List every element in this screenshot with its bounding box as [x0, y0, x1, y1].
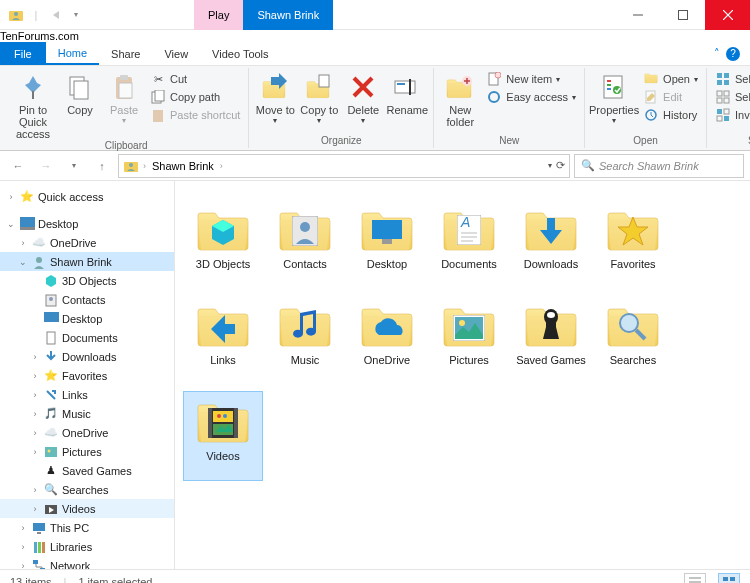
- search-icon: 🔍: [581, 159, 595, 172]
- view-tab[interactable]: View: [152, 42, 200, 65]
- select-all-button[interactable]: Select all: [711, 70, 750, 88]
- breadcrumb-dropdown[interactable]: ▾: [548, 161, 552, 170]
- move-to-button[interactable]: Move to▾: [253, 68, 297, 126]
- paste-label: Paste: [110, 104, 138, 116]
- folder-documents[interactable]: ADocuments: [429, 199, 509, 289]
- main-area: ›⭐Quick access ⌄Desktop ›☁️OneDrive ⌄Sha…: [0, 181, 750, 569]
- svg-rect-38: [717, 98, 722, 103]
- collapse-ribbon-button[interactable]: ˄ ?: [714, 42, 750, 65]
- tree-onedrive[interactable]: ›☁️OneDrive: [0, 233, 174, 252]
- tree-searches[interactable]: ›🔍Searches: [0, 480, 174, 499]
- qat-dropdown-icon[interactable]: ▾: [68, 7, 84, 23]
- invert-selection-button[interactable]: Invert selection: [711, 106, 750, 124]
- user-folder-icon: [123, 158, 139, 174]
- back-button[interactable]: ←: [6, 154, 30, 178]
- delete-icon: [347, 71, 379, 103]
- history-button[interactable]: History: [639, 106, 702, 124]
- svg-rect-83: [234, 408, 238, 438]
- copy-path-button[interactable]: Copy path: [146, 88, 244, 106]
- recent-locations-button[interactable]: ▾: [62, 154, 86, 178]
- svg-rect-10: [120, 75, 128, 80]
- tree-pictures[interactable]: ›Pictures: [0, 442, 174, 461]
- open-button[interactable]: Open ▾: [639, 70, 702, 88]
- clipboard-group: Pin to Quick access Copy Paste▾ ✂Cut Cop…: [4, 68, 249, 148]
- folder-onedrive[interactable]: OneDrive: [347, 295, 427, 385]
- search-box[interactable]: 🔍 Search Shawn Brink: [574, 154, 744, 178]
- folder-content[interactable]: 3D Objects Contacts Desktop ADocuments D…: [175, 181, 750, 569]
- large-icons-view-button[interactable]: [718, 573, 740, 584]
- folder-music[interactable]: Music: [265, 295, 345, 385]
- video-tools-tab[interactable]: Video Tools: [200, 42, 280, 65]
- breadcrumb-bar[interactable]: › Shawn Brink › ▾ ⟳: [118, 154, 570, 178]
- tree-documents[interactable]: Documents: [0, 328, 174, 347]
- svg-point-86: [217, 414, 221, 418]
- tree-links[interactable]: ›Links: [0, 385, 174, 404]
- tree-downloads[interactable]: ›Downloads: [0, 347, 174, 366]
- navigation-pane[interactable]: ›⭐Quick access ⌄Desktop ›☁️OneDrive ⌄Sha…: [0, 181, 175, 569]
- svg-rect-27: [607, 84, 611, 86]
- svg-rect-18: [395, 81, 415, 93]
- tree-3d-objects[interactable]: 3D Objects: [0, 271, 174, 290]
- tree-desktop[interactable]: ⌄Desktop: [0, 214, 174, 233]
- copy-to-button[interactable]: Copy to▾: [297, 68, 341, 126]
- tree-favorites[interactable]: ›⭐Favorites: [0, 366, 174, 385]
- new-item-button[interactable]: New item ▾: [482, 70, 580, 88]
- new-folder-button[interactable]: New folder: [438, 68, 482, 128]
- breadcrumb-user[interactable]: Shawn Brink: [150, 160, 216, 172]
- tree-music[interactable]: ›🎵Music: [0, 404, 174, 423]
- folder-searches[interactable]: Searches: [593, 295, 673, 385]
- details-view-button[interactable]: [684, 573, 706, 584]
- easy-access-button[interactable]: Easy access ▾: [482, 88, 580, 106]
- pin-to-quick-access-button[interactable]: Pin to Quick access: [8, 68, 58, 140]
- select-none-icon: [715, 89, 731, 105]
- svg-rect-82: [208, 408, 212, 438]
- properties-button[interactable]: Properties▾: [589, 68, 639, 126]
- search-placeholder: Search Shawn Brink: [599, 160, 699, 172]
- folder-desktop[interactable]: Desktop: [347, 199, 427, 289]
- up-button[interactable]: ↑: [90, 154, 114, 178]
- folder-videos[interactable]: Videos: [183, 391, 263, 481]
- delete-button[interactable]: Delete▾: [341, 68, 385, 126]
- chevron-right-icon[interactable]: ›: [220, 161, 223, 171]
- close-button[interactable]: [705, 0, 750, 30]
- tree-videos[interactable]: ›Videos: [0, 499, 174, 518]
- folder-favorites[interactable]: Favorites: [593, 199, 673, 289]
- svg-rect-8: [74, 81, 88, 99]
- folder-saved-games[interactable]: Saved Games: [511, 295, 591, 385]
- tree-this-pc[interactable]: ›This PC: [0, 518, 174, 537]
- tree-quick-access[interactable]: ›⭐Quick access: [0, 187, 174, 206]
- paste-shortcut-icon: [150, 107, 166, 123]
- tree-saved-games[interactable]: ♟Saved Games: [0, 461, 174, 480]
- refresh-button[interactable]: ⟳: [556, 159, 565, 172]
- folder-pictures[interactable]: Pictures: [429, 295, 509, 385]
- tree-network[interactable]: ›Network: [0, 556, 174, 569]
- select-none-button[interactable]: Select none: [711, 88, 750, 106]
- tree-libraries[interactable]: ›Libraries: [0, 537, 174, 556]
- undo-icon[interactable]: [48, 7, 64, 23]
- rename-button[interactable]: Rename: [385, 68, 429, 116]
- folder-downloads[interactable]: Downloads: [511, 199, 591, 289]
- cut-button[interactable]: ✂Cut: [146, 70, 244, 88]
- user-icon: [31, 254, 47, 270]
- folder-links[interactable]: Links: [183, 295, 263, 385]
- select-all-icon: [715, 71, 731, 87]
- star-icon: ⭐: [43, 368, 59, 384]
- tree-desktop2[interactable]: Desktop: [0, 309, 174, 328]
- play-tab[interactable]: Play: [194, 0, 243, 30]
- copy-button[interactable]: Copy: [58, 68, 102, 116]
- file-tab[interactable]: File: [0, 42, 46, 65]
- chevron-right-icon[interactable]: ›: [143, 161, 146, 171]
- svg-rect-57: [37, 532, 41, 534]
- tree-onedrive2[interactable]: ›☁️OneDrive: [0, 423, 174, 442]
- share-tab[interactable]: Share: [99, 42, 152, 65]
- tree-contacts[interactable]: Contacts: [0, 290, 174, 309]
- maximize-button[interactable]: [660, 0, 705, 30]
- item-count: 13 items: [10, 576, 52, 584]
- folder-contacts[interactable]: Contacts: [265, 199, 345, 289]
- svg-rect-33: [724, 73, 729, 78]
- tree-user[interactable]: ⌄Shawn Brink: [0, 252, 174, 271]
- folder-3d-objects[interactable]: 3D Objects: [183, 199, 263, 289]
- minimize-button[interactable]: [615, 0, 660, 30]
- home-tab[interactable]: Home: [46, 42, 99, 65]
- select-group: Select all Select none Invert selection …: [707, 68, 750, 148]
